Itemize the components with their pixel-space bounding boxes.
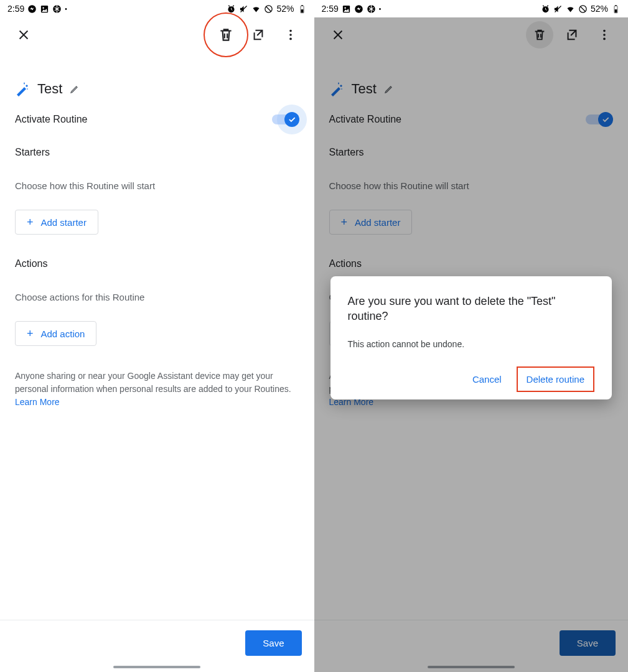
dialog-body: This action cannot be undone. bbox=[348, 339, 595, 349]
plus-icon: + bbox=[27, 328, 34, 339]
routine-title-row: Test bbox=[15, 81, 299, 97]
save-button[interactable]: Save bbox=[245, 630, 301, 656]
add-starter-button[interactable]: + Add starter bbox=[15, 210, 98, 235]
status-time: 2:59 bbox=[7, 4, 24, 14]
phone-screen-right: 2:59 • 52% T bbox=[314, 0, 629, 672]
svg-point-13 bbox=[344, 7, 346, 9]
svg-rect-19 bbox=[615, 5, 617, 6]
edit-icon[interactable] bbox=[70, 84, 80, 94]
starters-title: Starters bbox=[15, 147, 299, 158]
photo-icon bbox=[342, 4, 351, 14]
no-data-icon bbox=[264, 4, 273, 14]
shortcut-button[interactable] bbox=[245, 21, 272, 49]
activate-toggle[interactable] bbox=[272, 112, 299, 127]
do-not-disturb-icon bbox=[367, 4, 376, 14]
starters-subtitle: Choose how this Routine will start bbox=[15, 180, 299, 191]
footer-text: Anyone sharing or near your Google Assis… bbox=[15, 370, 299, 409]
battery-icon bbox=[611, 4, 621, 14]
battery-icon bbox=[298, 4, 307, 14]
messenger-icon bbox=[354, 4, 363, 14]
status-left: 2:59 • bbox=[7, 4, 67, 14]
phone-screen-left: 2:59 • 52% bbox=[0, 0, 314, 672]
close-button[interactable] bbox=[10, 21, 37, 49]
shortcut-icon bbox=[251, 28, 265, 42]
add-starter-label: Add starter bbox=[41, 217, 87, 228]
status-bar: 2:59 • 52% bbox=[314, 0, 629, 17]
status-left: 2:59 • bbox=[322, 4, 382, 14]
alarm-icon bbox=[227, 4, 236, 14]
more-indicator: • bbox=[65, 6, 67, 12]
delete-dialog: Are you sure you want to delete the "Tes… bbox=[330, 276, 612, 399]
battery-text: 52% bbox=[591, 4, 608, 14]
mute-icon bbox=[553, 4, 563, 14]
close-icon bbox=[17, 28, 30, 42]
mute-icon bbox=[239, 4, 248, 14]
battery-text: 52% bbox=[276, 4, 294, 14]
status-time: 2:59 bbox=[322, 4, 339, 14]
svg-point-11 bbox=[289, 38, 292, 40]
overflow-button[interactable] bbox=[277, 21, 304, 49]
svg-point-2 bbox=[43, 7, 45, 9]
wifi-icon bbox=[566, 4, 575, 14]
routine-title: Test bbox=[37, 81, 62, 97]
alarm-icon bbox=[541, 4, 550, 14]
add-action-button[interactable]: + Add action bbox=[15, 321, 96, 346]
more-indicator: • bbox=[379, 6, 382, 12]
activate-toggle-row: Activate Routine bbox=[15, 112, 299, 127]
nav-handle[interactable] bbox=[113, 666, 200, 668]
app-bar bbox=[0, 17, 314, 52]
svg-rect-8 bbox=[301, 9, 303, 12]
trash-icon bbox=[218, 27, 234, 43]
svg-rect-20 bbox=[615, 9, 617, 12]
messenger-icon bbox=[27, 4, 37, 14]
delete-button[interactable] bbox=[212, 21, 240, 49]
svg-point-10 bbox=[289, 34, 292, 36]
actions-title: Actions bbox=[15, 258, 299, 269]
check-icon bbox=[288, 115, 296, 124]
learn-more-link[interactable]: Learn More bbox=[15, 397, 60, 407]
svg-point-9 bbox=[289, 30, 292, 32]
status-right: 52% bbox=[227, 4, 306, 14]
wand-icon bbox=[15, 82, 30, 96]
photo-icon bbox=[40, 4, 49, 14]
wifi-icon bbox=[251, 4, 261, 14]
footer-body: Anyone sharing or near your Google Assis… bbox=[15, 371, 291, 394]
svg-rect-7 bbox=[301, 5, 303, 6]
no-data-icon bbox=[578, 4, 588, 14]
do-not-disturb-icon bbox=[52, 4, 62, 14]
plus-icon: + bbox=[27, 217, 34, 228]
more-vert-icon bbox=[284, 28, 298, 42]
delete-routine-button[interactable]: Delete routine bbox=[517, 366, 594, 392]
status-right: 52% bbox=[541, 4, 621, 14]
cancel-button[interactable]: Cancel bbox=[464, 368, 510, 391]
add-action-label: Add action bbox=[41, 329, 85, 339]
activate-label: Activate Routine bbox=[15, 114, 88, 125]
bottom-bar: Save bbox=[0, 620, 314, 672]
dialog-title: Are you sure you want to delete the "Tes… bbox=[348, 294, 595, 324]
actions-subtitle: Choose actions for this Routine bbox=[15, 292, 299, 302]
status-bar: 2:59 • 52% bbox=[0, 0, 314, 17]
content: Test Activate Routine Starters Choose ho… bbox=[0, 52, 314, 620]
dialog-actions: Cancel Delete routine bbox=[348, 366, 595, 392]
